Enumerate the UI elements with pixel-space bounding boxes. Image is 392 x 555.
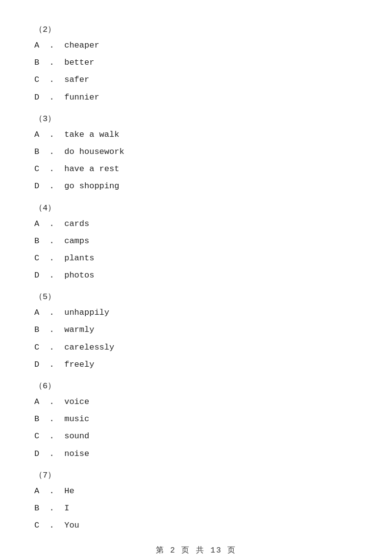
option-q2-d[interactable]: D . funnier	[34, 91, 358, 104]
option-q5-d[interactable]: D . freely	[34, 358, 358, 371]
option-q7-c[interactable]: C . You	[34, 519, 358, 532]
question-number-q2: （2）	[34, 24, 358, 35]
option-q4-a[interactable]: A . cards	[34, 217, 358, 230]
option-q5-c[interactable]: C . carelessly	[34, 341, 358, 354]
option-q6-b[interactable]: B . music	[34, 412, 358, 426]
option-q4-d[interactable]: D . photos	[34, 269, 358, 282]
option-q5-a[interactable]: A . unhappily	[34, 306, 358, 319]
option-q3-c[interactable]: C . have a rest	[34, 162, 358, 176]
option-q4-c[interactable]: C . plants	[34, 252, 358, 265]
option-q2-c[interactable]: C . safer	[34, 73, 358, 86]
option-q6-a[interactable]: A . voice	[34, 395, 358, 408]
option-q3-b[interactable]: B . do housework	[34, 145, 358, 158]
option-q5-b[interactable]: B . warmly	[34, 323, 358, 336]
option-q3-a[interactable]: A . take a walk	[34, 128, 358, 141]
option-q6-d[interactable]: D . noise	[34, 447, 358, 460]
question-number-q5: （5）	[34, 291, 358, 302]
page-footer: 第 2 页 共 13 页	[0, 545, 392, 555]
footer-text: 第 2 页 共 13 页	[156, 546, 237, 555]
question-number-q3: （3）	[34, 113, 358, 124]
option-q7-a[interactable]: A . He	[34, 484, 358, 498]
main-content: （2）A . cheaperB . betterC . saferD . fun…	[0, 0, 392, 555]
question-number-q7: （7）	[34, 469, 358, 480]
question-number-q6: （6）	[34, 380, 358, 391]
option-q6-c[interactable]: C . sound	[34, 429, 358, 443]
question-number-q4: （4）	[34, 202, 358, 213]
option-q4-b[interactable]: B . camps	[34, 234, 358, 248]
option-q2-b[interactable]: B . better	[34, 56, 358, 69]
option-q7-b[interactable]: B . I	[34, 502, 358, 515]
option-q3-d[interactable]: D . go shopping	[34, 179, 358, 193]
option-q2-a[interactable]: A . cheaper	[34, 39, 358, 52]
